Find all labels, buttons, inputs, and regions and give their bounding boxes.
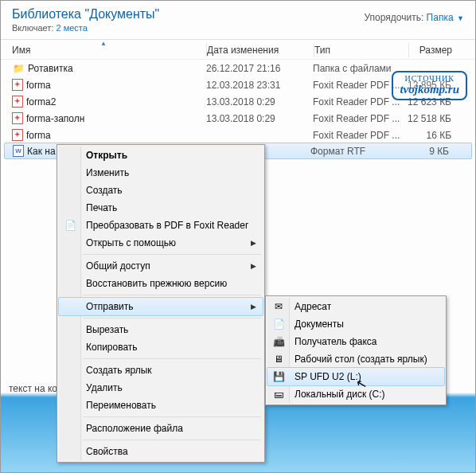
pdf-icon: ✦ <box>12 96 23 108</box>
context-menu[interactable]: ОткрытьИзменитьСоздатьПечать📄Преобразова… <box>57 144 265 463</box>
menu-item-label: Изменить <box>86 167 129 178</box>
arrange-dropdown[interactable]: Папка ▼ <box>427 12 464 23</box>
menu-separator <box>83 318 261 319</box>
menu-separator <box>83 295 261 295</box>
arrange-label: Упорядочить: <box>365 12 424 23</box>
menu-item[interactable]: Общий доступ▶ <box>59 257 263 275</box>
file-name: forma-заполн <box>26 113 84 124</box>
menu-item-label: Открыть с помощью <box>86 237 176 248</box>
file-name: Как на <box>27 146 56 157</box>
file-date: 13.03.2018 0:29 <box>206 113 313 124</box>
menu-item[interactable]: Свойства <box>59 443 263 460</box>
file-name: forma2 <box>26 96 56 108</box>
menu-item[interactable]: Изменить <box>59 164 263 182</box>
menu-item-label: Вырезать <box>86 324 128 335</box>
sort-asc-icon: ▲ <box>100 40 107 47</box>
includes-line: Включает: 2 места <box>12 23 159 33</box>
menu-item-label: SP UFD U2 (L:) <box>295 371 361 382</box>
menu-item-label: Преобразовать в PDF в Foxit Reader <box>86 220 248 231</box>
file-type: Foxit Reader PDF ... <box>313 130 407 141</box>
menu-item-label: Переименовать <box>86 400 156 411</box>
menu-item[interactable]: Копировать <box>59 338 263 356</box>
menu-separator <box>83 358 261 359</box>
file-date: 12.03.2018 23:31 <box>206 80 313 91</box>
menu-item[interactable]: Восстановить прежнюю версию <box>59 275 263 292</box>
file-size: 12 518 КБ <box>407 113 451 124</box>
menu-item-label: Печать <box>86 202 117 213</box>
menu-item[interactable]: Вырезать <box>59 321 263 338</box>
watermark-domain: tvojkomp.ru <box>400 83 459 96</box>
menu-item[interactable]: 🖴Локальный диск (C:) <box>267 385 444 403</box>
menu-item[interactable]: Расположение файла <box>59 420 263 437</box>
menu-item[interactable]: Открыть с помощью▶ <box>59 234 263 252</box>
menu-item-label: Удалить <box>86 382 123 393</box>
menu-item[interactable]: 📄Документы <box>267 315 444 333</box>
library-title-block: Библиотека "Документы" Включает: 2 места <box>12 7 159 33</box>
submenu-arrow-icon: ▶ <box>251 239 256 247</box>
column-size[interactable]: Размер <box>409 45 458 56</box>
library-header: Библиотека "Документы" Включает: 2 места… <box>1 1 475 40</box>
menu-item-label: Документы <box>295 319 344 330</box>
file-size: 16 КБ <box>407 130 451 141</box>
menu-item[interactable]: Создать <box>59 182 263 199</box>
pdf-icon: ✦ <box>12 79 23 91</box>
file-size: 9 КБ <box>404 146 449 157</box>
file-date: 13.03.2018 0:29 <box>206 96 313 108</box>
menu-item-label: Создать ярлык <box>86 365 152 376</box>
fax-icon: 📠 <box>272 335 285 348</box>
submenu-arrow-icon: ▶ <box>251 303 256 311</box>
folder-icon: 📁 <box>12 62 25 75</box>
file-name: Ротавитка <box>28 63 73 74</box>
file-type: Формат RTF <box>310 146 404 157</box>
arrange-block: Упорядочить: Папка ▼ <box>365 7 465 23</box>
send-to-submenu[interactable]: ✉Адресат📄Документы📠Получатель факса🖥Рабо… <box>265 295 447 405</box>
submenu-arrow-icon: ▶ <box>251 262 256 270</box>
menu-item-label: Отправить <box>86 301 134 312</box>
menu-item-label: Расположение файла <box>86 423 183 434</box>
file-row[interactable]: ✦formaFoxit Reader PDF ...16 КБ <box>1 127 475 143</box>
file-row[interactable]: ✦forma-заполн13.03.2018 0:29Foxit Reader… <box>1 110 475 127</box>
menu-item[interactable]: ✉Адресат <box>267 298 444 315</box>
menu-item-label: Получатель факса <box>295 336 377 347</box>
hdd-icon: 🖴 <box>272 388 285 401</box>
menu-item[interactable]: Переименовать <box>59 397 263 414</box>
file-name: forma <box>26 80 51 91</box>
menu-item-label: Открыть <box>86 150 127 161</box>
menu-separator <box>83 440 261 440</box>
menu-item[interactable]: Печать <box>59 199 263 217</box>
pdf-icon: ✦ <box>12 129 23 141</box>
menu-item-label: Локальный диск (C:) <box>295 389 385 400</box>
file-type: Foxit Reader PDF ... <box>313 113 407 124</box>
watermark-label: ИСТОЧНИК <box>400 74 459 83</box>
library-title: Библиотека "Документы" <box>12 7 159 22</box>
menu-item[interactable]: Отправить▶ <box>58 297 263 316</box>
menu-item-label: Восстановить прежнюю версию <box>86 278 227 289</box>
desktop-icon: 🖥 <box>272 353 285 366</box>
includes-label: Включает: <box>12 23 53 33</box>
menu-separator <box>83 254 261 255</box>
column-name[interactable]: ▲ Имя <box>1 45 206 56</box>
menu-item-label: Рабочий стол (создать ярлык) <box>295 354 427 365</box>
menu-item[interactable]: 🖥Рабочий стол (создать ярлык) <box>267 350 444 368</box>
file-name: forma <box>26 130 51 141</box>
column-date[interactable]: Дата изменения <box>207 45 314 56</box>
menu-item[interactable]: Создать ярлык <box>59 362 263 379</box>
pdf-icon: 📄 <box>64 219 76 232</box>
menu-item-label: Общий доступ <box>86 260 150 272</box>
menu-separator <box>83 416 261 417</box>
menu-item-label: Копировать <box>86 342 138 353</box>
chevron-down-icon: ▼ <box>455 14 464 22</box>
background-truncated-text: текст на ко <box>9 383 57 394</box>
menu-item[interactable]: Открыть <box>59 147 263 164</box>
mail-icon: ✉ <box>272 300 285 313</box>
column-type[interactable]: Тип <box>314 45 408 56</box>
includes-link[interactable]: 2 места <box>56 23 87 33</box>
menu-item[interactable]: 📠Получатель факса <box>267 333 444 350</box>
docs-icon: 📄 <box>272 318 285 330</box>
pdf-icon: ✦ <box>12 112 23 124</box>
file-date: 26.12.2017 21:16 <box>206 63 313 74</box>
menu-item[interactable]: Удалить <box>59 379 263 397</box>
menu-item-label: Адресат <box>295 301 331 312</box>
menu-item[interactable]: 📄Преобразовать в PDF в Foxit Reader <box>59 217 263 234</box>
menu-item-label: Создать <box>86 185 123 196</box>
